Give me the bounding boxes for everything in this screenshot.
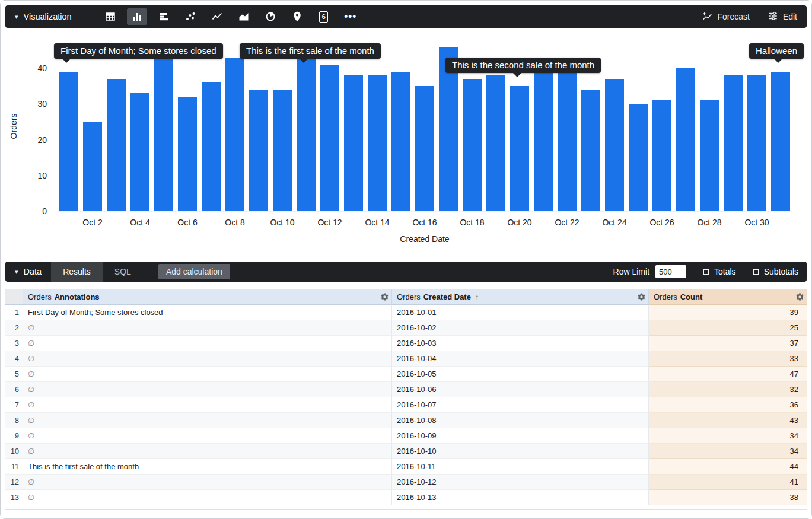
annotations-cell[interactable]: ∅ bbox=[23, 444, 392, 459]
count-cell[interactable]: 44 bbox=[649, 459, 807, 475]
bar[interactable] bbox=[368, 75, 387, 211]
bar[interactable] bbox=[249, 90, 268, 211]
scatter-icon[interactable] bbox=[180, 8, 200, 25]
horizontal-scrollbar[interactable] bbox=[5, 509, 807, 510]
count-cell[interactable]: 32 bbox=[649, 382, 807, 397]
table-row: 1First Day of Month; Some stores closed2… bbox=[5, 305, 807, 320]
more-icon[interactable]: ••• bbox=[340, 8, 361, 25]
data-section-toggle[interactable]: ▾ Data bbox=[5, 262, 51, 282]
count-cell[interactable]: 33 bbox=[649, 351, 807, 367]
bar[interactable] bbox=[107, 79, 126, 211]
created-date-cell[interactable]: 2016-10-02 bbox=[392, 320, 649, 336]
bar[interactable] bbox=[486, 75, 505, 211]
annotations-cell[interactable]: ∅ bbox=[23, 397, 392, 413]
annotations-cell[interactable]: ∅ bbox=[23, 336, 392, 351]
created-date-cell[interactable]: 2016-10-04 bbox=[392, 351, 649, 367]
bar[interactable] bbox=[59, 72, 78, 211]
add-calculation-button[interactable]: Add calculation bbox=[158, 264, 230, 279]
bar[interactable] bbox=[581, 90, 600, 211]
bar[interactable] bbox=[273, 90, 292, 211]
forecast-label: Forecast bbox=[717, 12, 749, 21]
bar-slot bbox=[626, 28, 650, 211]
bar[interactable] bbox=[605, 79, 624, 211]
table-icon[interactable] bbox=[100, 8, 120, 25]
created-date-cell[interactable]: 2016-10-06 bbox=[392, 382, 649, 397]
bar-chart-icon[interactable] bbox=[154, 8, 174, 25]
single-value-icon[interactable]: 6 bbox=[314, 8, 334, 25]
annotations-cell[interactable]: ∅ bbox=[23, 351, 392, 367]
edit-button[interactable]: Edit bbox=[768, 11, 797, 23]
created-date-column-header[interactable]: Orders Created Date ↑ bbox=[392, 289, 649, 305]
annotations-column-header[interactable]: Orders Annotations bbox=[23, 289, 392, 305]
bar[interactable] bbox=[747, 75, 766, 211]
created-date-cell[interactable]: 2016-10-10 bbox=[392, 444, 649, 459]
bar[interactable] bbox=[297, 54, 316, 211]
count-column-header[interactable]: Orders Count bbox=[649, 289, 807, 305]
map-pin-icon[interactable] bbox=[287, 8, 307, 25]
created-date-cell[interactable]: 2016-10-07 bbox=[392, 397, 649, 413]
annotations-cell[interactable]: ∅ bbox=[23, 382, 392, 397]
annotations-cell[interactable]: ∅ bbox=[23, 475, 392, 490]
bar[interactable] bbox=[724, 75, 743, 211]
annotations-cell[interactable]: ∅ bbox=[23, 490, 392, 505]
count-cell[interactable]: 34 bbox=[649, 444, 807, 459]
line-chart-icon[interactable] bbox=[207, 8, 227, 25]
created-date-cell[interactable]: 2016-10-03 bbox=[392, 336, 649, 351]
tab-sql[interactable]: SQL bbox=[103, 262, 143, 282]
bar[interactable] bbox=[391, 72, 410, 211]
count-cell[interactable]: 41 bbox=[649, 475, 807, 490]
row-limit-input[interactable] bbox=[655, 265, 686, 278]
count-cell[interactable]: 47 bbox=[649, 367, 807, 382]
bar[interactable] bbox=[178, 97, 197, 211]
forecast-button[interactable]: Forecast bbox=[702, 11, 749, 23]
bar[interactable] bbox=[771, 72, 790, 211]
x-tick-label: Oct 24 bbox=[602, 218, 626, 227]
gear-icon[interactable] bbox=[637, 292, 646, 301]
count-cell[interactable]: 38 bbox=[649, 490, 807, 505]
bar[interactable] bbox=[652, 100, 671, 211]
created-date-cell[interactable]: 2016-10-05 bbox=[392, 367, 649, 382]
count-cell[interactable]: 39 bbox=[649, 305, 807, 320]
bar[interactable] bbox=[534, 58, 553, 211]
gear-icon[interactable] bbox=[380, 292, 389, 301]
annotations-cell[interactable]: ∅ bbox=[23, 428, 392, 444]
count-cell[interactable]: 37 bbox=[649, 336, 807, 351]
gear-icon[interactable] bbox=[795, 292, 804, 301]
created-date-cell[interactable]: 2016-10-11 bbox=[392, 459, 649, 475]
bar[interactable] bbox=[510, 86, 529, 211]
count-cell[interactable]: 25 bbox=[649, 320, 807, 336]
subtotals-checkbox[interactable]: Subtotals bbox=[753, 267, 798, 276]
pie-chart-icon[interactable] bbox=[260, 8, 281, 25]
annotations-cell[interactable]: ∅ bbox=[23, 320, 392, 336]
column-chart-icon[interactable] bbox=[127, 8, 147, 25]
bar[interactable] bbox=[320, 65, 339, 211]
count-cell[interactable]: 43 bbox=[649, 413, 807, 428]
bar[interactable] bbox=[202, 82, 221, 211]
created-date-cell[interactable]: 2016-10-09 bbox=[392, 428, 649, 444]
count-cell[interactable]: 36 bbox=[649, 397, 807, 413]
annotations-cell[interactable]: ∅ bbox=[23, 413, 392, 428]
bar[interactable] bbox=[344, 75, 363, 211]
bar[interactable] bbox=[700, 100, 719, 211]
bar[interactable] bbox=[558, 58, 577, 211]
bar[interactable] bbox=[629, 104, 648, 211]
bar[interactable] bbox=[463, 79, 482, 211]
created-date-cell[interactable]: 2016-10-12 bbox=[392, 475, 649, 490]
annotations-cell[interactable]: ∅ bbox=[23, 367, 392, 382]
bar[interactable] bbox=[130, 93, 149, 211]
visualization-section-toggle[interactable]: ▾ Visualization bbox=[5, 5, 81, 28]
created-date-cell[interactable]: 2016-10-01 bbox=[392, 305, 649, 320]
annotations-cell[interactable]: This is the first sale of the month bbox=[23, 459, 392, 475]
tab-results[interactable]: Results bbox=[51, 262, 103, 282]
bar[interactable] bbox=[83, 122, 102, 211]
bar[interactable] bbox=[415, 86, 434, 211]
bar[interactable] bbox=[676, 68, 695, 211]
count-cell[interactable]: 34 bbox=[649, 428, 807, 444]
area-chart-icon[interactable] bbox=[234, 8, 254, 25]
bar[interactable] bbox=[154, 43, 173, 211]
bar[interactable] bbox=[225, 58, 244, 211]
annotations-cell[interactable]: First Day of Month; Some stores closed bbox=[23, 305, 392, 320]
created-date-cell[interactable]: 2016-10-13 bbox=[392, 490, 649, 505]
created-date-cell[interactable]: 2016-10-08 bbox=[392, 413, 649, 428]
totals-checkbox[interactable]: Totals bbox=[703, 267, 736, 276]
